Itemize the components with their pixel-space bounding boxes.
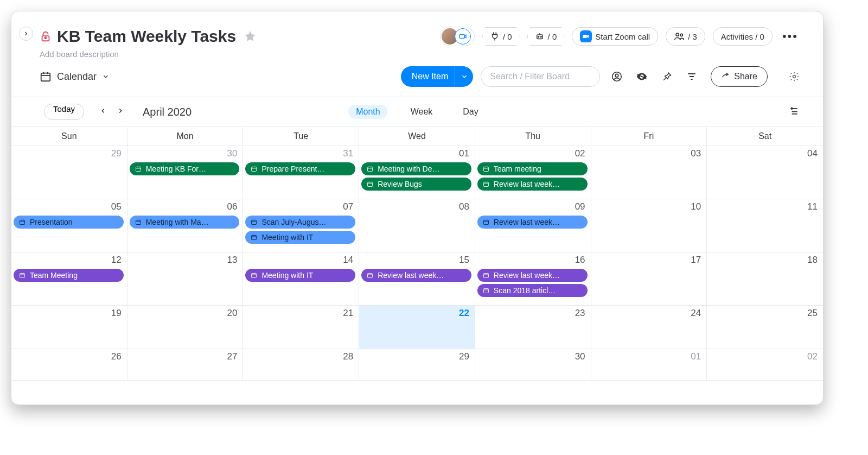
calendar-event[interactable]: Review last week… bbox=[477, 216, 588, 229]
calendar-event[interactable]: Meeting KB For… bbox=[130, 162, 240, 175]
calendar-event[interactable]: Review last week… bbox=[477, 178, 588, 191]
day-cell[interactable]: 13 bbox=[127, 252, 244, 306]
favorite-star-icon[interactable] bbox=[244, 30, 257, 43]
day-cell[interactable]: 15Review last week… bbox=[359, 252, 475, 306]
view-settings-button[interactable] bbox=[788, 71, 800, 83]
chevron-down-icon bbox=[102, 73, 110, 80]
calendar-event[interactable]: Meeting with IT bbox=[245, 231, 355, 244]
weekday-label: Thu bbox=[475, 127, 591, 146]
new-item-dropdown[interactable] bbox=[455, 66, 473, 87]
event-label: Scan July-Augus… bbox=[261, 218, 326, 226]
day-cell[interactable]: 12Team Meeting bbox=[11, 252, 127, 306]
day-cell[interactable]: 04 bbox=[707, 146, 823, 199]
svg-rect-2 bbox=[459, 35, 464, 39]
day-cell[interactable]: 22 bbox=[359, 306, 475, 349]
day-cell[interactable]: 31Prepare Present… bbox=[243, 146, 359, 199]
calendar-week-row: 12Team Meeting1314Meeting with IT15Revie… bbox=[11, 252, 823, 306]
more-menu-button[interactable]: ••• bbox=[780, 29, 800, 43]
day-cell[interactable]: 27 bbox=[127, 349, 244, 381]
prev-month-button[interactable] bbox=[99, 107, 107, 117]
share-button[interactable]: Share bbox=[711, 66, 768, 87]
range-month[interactable]: Month bbox=[348, 105, 387, 119]
day-cell[interactable]: 05Presentation bbox=[11, 199, 127, 252]
day-cell[interactable]: 06Meeting with Ma… bbox=[127, 199, 244, 252]
svg-rect-32 bbox=[252, 274, 257, 278]
gear-icon bbox=[789, 71, 800, 82]
range-week[interactable]: Week bbox=[403, 105, 441, 119]
day-number: 31 bbox=[343, 148, 353, 159]
range-day[interactable]: Day bbox=[455, 105, 486, 119]
people-button[interactable]: / 3 bbox=[666, 27, 705, 46]
view-selector[interactable]: Calendar bbox=[40, 71, 110, 83]
hide-columns-button[interactable] bbox=[636, 71, 648, 83]
day-cell[interactable]: 19 bbox=[11, 306, 127, 349]
day-cell[interactable]: 25 bbox=[707, 306, 823, 349]
day-number: 09 bbox=[575, 201, 585, 212]
day-cell[interactable]: 23 bbox=[475, 306, 591, 349]
day-cell[interactable]: 09Review last week… bbox=[475, 199, 591, 252]
calendar-event[interactable]: Meeting with De… bbox=[361, 162, 471, 175]
svg-rect-25 bbox=[483, 182, 488, 187]
today-button[interactable]: Today bbox=[44, 104, 84, 120]
calendar-week-row: 2930Meeting KB For…31Prepare Present…01M… bbox=[11, 146, 823, 199]
board-members[interactable] bbox=[440, 27, 475, 46]
pin-button[interactable] bbox=[661, 71, 673, 83]
calendar-event[interactable]: Scan July-Augus… bbox=[245, 216, 355, 229]
day-cell[interactable]: 02Team meetingReview last week… bbox=[475, 146, 591, 199]
day-cell[interactable]: 21 bbox=[243, 306, 359, 349]
event-label: Scan 2018 articl… bbox=[494, 286, 556, 295]
automations-button[interactable]: / 0 bbox=[527, 27, 565, 46]
day-cell[interactable]: 30 bbox=[475, 349, 591, 381]
calendar-event[interactable]: Review last week… bbox=[361, 269, 471, 282]
search-input[interactable] bbox=[481, 66, 600, 87]
calendar-event[interactable]: Presentation bbox=[14, 216, 124, 229]
day-number: 28 bbox=[343, 351, 353, 362]
day-number: 12 bbox=[111, 255, 122, 266]
day-cell[interactable]: 24 bbox=[591, 306, 707, 349]
day-cell[interactable]: 17 bbox=[591, 252, 707, 306]
calendar-event[interactable]: Team Meeting bbox=[14, 269, 124, 282]
collapse-view-button[interactable] bbox=[788, 105, 799, 118]
calendar-grid: SunMonTueWedThuFriSat 2930Meeting KB For… bbox=[11, 127, 823, 381]
calendar-event[interactable]: Review Bugs bbox=[361, 178, 471, 191]
day-cell[interactable]: 29 bbox=[359, 349, 475, 381]
day-cell[interactable]: 28 bbox=[243, 349, 359, 381]
day-cell[interactable]: 30Meeting KB For… bbox=[127, 146, 244, 199]
day-cell[interactable]: 01Meeting with De…Review Bugs bbox=[359, 146, 475, 199]
day-cell[interactable]: 16Review last week…Scan 2018 articl… bbox=[475, 252, 591, 306]
person-filter-button[interactable] bbox=[611, 71, 623, 83]
day-cell[interactable]: 26 bbox=[11, 349, 127, 381]
new-item-button[interactable]: New Item bbox=[401, 66, 474, 87]
day-cell[interactable]: 08 bbox=[359, 199, 475, 252]
app-window: KB Team Weekly Tasks / 0 / 0 bbox=[11, 11, 824, 405]
calendar-event[interactable]: Review last week… bbox=[477, 269, 588, 282]
calendar-event[interactable]: Meeting with Ma… bbox=[130, 216, 240, 229]
calendar-event[interactable]: Prepare Present… bbox=[245, 162, 355, 175]
integrations-button[interactable]: / 0 bbox=[482, 27, 520, 46]
day-cell[interactable]: 10 bbox=[591, 199, 707, 252]
event-label: Meeting with Ma… bbox=[146, 218, 209, 226]
day-cell[interactable]: 03 bbox=[591, 146, 707, 199]
day-cell[interactable]: 29 bbox=[11, 146, 127, 199]
day-cell[interactable]: 18 bbox=[707, 252, 823, 306]
calendar-event[interactable]: Meeting with IT bbox=[245, 269, 355, 282]
start-zoom-button[interactable]: Start Zoom call bbox=[572, 27, 658, 46]
activities-button[interactable]: Activities / 0 bbox=[713, 27, 773, 46]
calendar-event[interactable]: Scan 2018 articl… bbox=[477, 284, 588, 297]
expand-sidebar-toggle[interactable] bbox=[19, 27, 33, 41]
sort-filter-button[interactable] bbox=[686, 71, 698, 83]
day-number: 19 bbox=[111, 308, 122, 319]
day-cell[interactable]: 02 bbox=[707, 349, 823, 381]
calendar-week-row: 05Presentation06Meeting with Ma…07Scan J… bbox=[11, 199, 823, 252]
header-actions: / 0 / 0 Start Zoom call / 3 Act bbox=[440, 27, 800, 46]
next-month-button[interactable] bbox=[117, 107, 124, 117]
board-title[interactable]: KB Team Weekly Tasks bbox=[57, 27, 236, 46]
day-cell[interactable]: 14Meeting with IT bbox=[243, 252, 359, 306]
day-cell[interactable]: 20 bbox=[127, 306, 244, 349]
day-cell[interactable]: 11 bbox=[707, 199, 823, 252]
calendar-event[interactable]: Team meeting bbox=[477, 162, 588, 175]
board-description[interactable]: Add board description bbox=[40, 49, 800, 59]
day-cell[interactable]: 07Scan July-Augus…Meeting with IT bbox=[243, 199, 359, 252]
day-cell[interactable]: 01 bbox=[591, 349, 707, 381]
day-number: 04 bbox=[807, 148, 818, 159]
